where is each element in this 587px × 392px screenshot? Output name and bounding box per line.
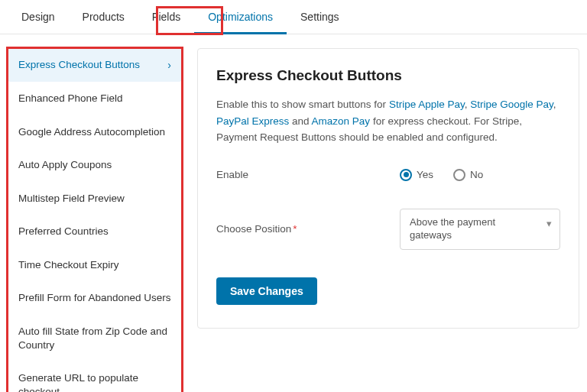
enable-field: Enable Yes No <box>216 169 560 181</box>
tab-design[interactable]: Design <box>8 0 69 34</box>
sidebar-item-label: Generate URL to populate checkout <box>18 371 171 392</box>
sidebar-item-label: Auto fill State from Zip Code and Countr… <box>18 325 171 352</box>
sidebar-item-label: Enhanced Phone Field <box>18 92 123 105</box>
position-label: Choose Position* <box>216 223 400 235</box>
enable-yes-radio[interactable]: Yes <box>400 169 433 181</box>
link-paypal-express[interactable]: PayPal Express <box>216 115 289 127</box>
tab-settings[interactable]: Settings <box>287 0 353 34</box>
radio-icon <box>453 169 465 181</box>
enable-label: Enable <box>216 169 400 180</box>
sidebar-item-3[interactable]: Auto Apply Coupons <box>8 148 182 182</box>
position-select[interactable]: Above the payment gateways ▾ <box>400 209 560 250</box>
sidebar-item-label: Google Address Autocompletion <box>18 125 165 139</box>
sidebar-item-0[interactable]: Express Checkout Buttons› <box>8 48 182 82</box>
sidebar-item-label: Multistep Field Preview <box>18 192 125 206</box>
sidebar-item-5[interactable]: Preferred Countries <box>8 215 182 248</box>
tab-products[interactable]: Products <box>69 0 138 34</box>
tab-optimizations[interactable]: Optimizations <box>194 0 287 34</box>
sidebar-item-label: Time Checkout Expiry <box>18 258 119 272</box>
sidebar-item-2[interactable]: Google Address Autocompletion <box>8 115 182 149</box>
save-button[interactable]: Save Changes <box>216 277 317 305</box>
enable-no-radio[interactable]: No <box>453 169 483 181</box>
select-value: Above the payment gateways <box>410 216 495 241</box>
link-amazon-pay[interactable]: Amazon Pay <box>312 115 371 127</box>
tab-fields[interactable]: Fields <box>138 0 194 34</box>
radio-label: Yes <box>417 169 433 180</box>
chevron-right-icon: › <box>167 58 171 72</box>
sidebar-item-4[interactable]: Multistep Field Preview <box>8 182 182 215</box>
page-title: Express Checkout Buttons <box>216 67 560 84</box>
main-panel: Express Checkout Buttons Enable this to … <box>197 48 579 329</box>
sidebar-item-label: Auto Apply Coupons <box>18 158 112 172</box>
sidebar-item-6[interactable]: Time Checkout Expiry <box>8 248 182 282</box>
sidebar-item-label: Preferred Countries <box>18 225 109 238</box>
sidebar-item-label: Express Checkout Buttons <box>18 58 140 72</box>
sidebar-item-7[interactable]: Prefill Form for Abandoned Users <box>8 281 182 315</box>
link-stripe-apple-pay[interactable]: Stripe Apple Pay <box>389 99 465 110</box>
description-text: Enable this to show smart buttons for St… <box>216 96 560 146</box>
caret-down-icon: ▾ <box>546 218 552 231</box>
sidebar-item-label: Prefill Form for Abandoned Users <box>18 291 171 305</box>
sidebar-item-1[interactable]: Enhanced Phone Field <box>8 82 182 115</box>
position-field: Choose Position* Above the payment gatew… <box>216 209 560 250</box>
sidebar-item-8[interactable]: Auto fill State from Zip Code and Countr… <box>8 315 182 361</box>
sidebar-item-9[interactable]: Generate URL to populate checkout <box>8 361 182 392</box>
radio-icon <box>400 169 412 181</box>
required-asterisk: * <box>293 223 297 235</box>
sidebar: Express Checkout Buttons›Enhanced Phone … <box>8 48 182 392</box>
radio-label: No <box>470 169 483 180</box>
link-stripe-google-pay[interactable]: Stripe Google Pay <box>470 99 553 110</box>
top-tabs: DesignProductsFieldsOptimizationsSetting… <box>0 0 587 34</box>
